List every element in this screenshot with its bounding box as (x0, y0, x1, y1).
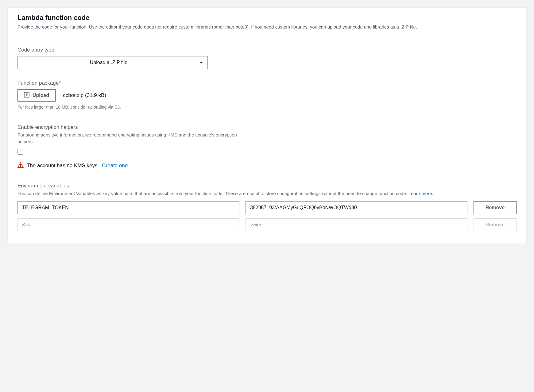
env-key-input[interactable] (17, 201, 239, 214)
kms-warning-text: The account has no KMS keys. (27, 163, 99, 169)
svg-point-2 (20, 166, 21, 167)
encryption-checkbox[interactable] (17, 149, 23, 155)
env-vars-help: You can define Environment Variables as … (17, 190, 517, 197)
env-value-input[interactable] (246, 201, 467, 214)
code-entry-select[interactable]: Upload a .ZIP file (17, 56, 208, 69)
encryption-group: Enable encryption helpers For storing se… (17, 124, 517, 169)
env-row: Remove (17, 201, 517, 214)
encryption-help: For storing sensitive information, we re… (17, 132, 251, 145)
env-vars-title: Environment variables (17, 183, 517, 189)
function-package-label: Function package* (17, 80, 517, 86)
env-row: Remove (17, 218, 517, 231)
env-help-text: You can define Environment Variables as … (17, 191, 408, 196)
env-value-input[interactable] (246, 218, 467, 231)
upload-button-label: Upload (33, 93, 49, 98)
env-remove-button[interactable]: Remove (474, 201, 517, 214)
upload-row: Upload ccbot.zip (31.9 kB) (17, 89, 517, 102)
env-vars-group: Environment variables You can define Env… (17, 183, 517, 232)
code-entry-group: Code entry type Upload a .ZIP file (17, 47, 517, 69)
upload-icon (24, 92, 29, 99)
upload-hint: For files larger than 10 MB, consider up… (17, 105, 517, 110)
function-package-group: Function package* Upload ccbot.zip (31.9… (17, 80, 517, 110)
env-learn-more-link[interactable]: Learn more. (408, 191, 433, 196)
kms-warning-row: The account has no KMS keys. Create one (17, 162, 517, 169)
create-kms-key-link[interactable]: Create one (102, 163, 128, 169)
panel-body: Code entry type Upload a .ZIP file Funct… (8, 38, 526, 244)
env-rows: Remove Remove (17, 201, 517, 231)
page-title: Lambda function code (17, 14, 517, 22)
warning-icon (17, 162, 24, 169)
encryption-title: Enable encryption helpers (17, 124, 517, 130)
panel-header: Lambda function code Provide the code fo… (8, 8, 526, 38)
page-subtitle: Provide the code for your function. Use … (17, 24, 517, 31)
code-entry-value: Upload a .ZIP file (90, 60, 127, 65)
env-remove-button: Remove (474, 218, 517, 231)
upload-button[interactable]: Upload (17, 89, 56, 102)
lambda-code-panel: Lambda function code Provide the code fo… (7, 7, 527, 244)
code-entry-select-wrap: Upload a .ZIP file (17, 56, 208, 69)
uploaded-filename: ccbot.zip (31.9 kB) (63, 92, 106, 98)
code-entry-label: Code entry type (17, 47, 517, 53)
env-key-input[interactable] (17, 218, 239, 231)
